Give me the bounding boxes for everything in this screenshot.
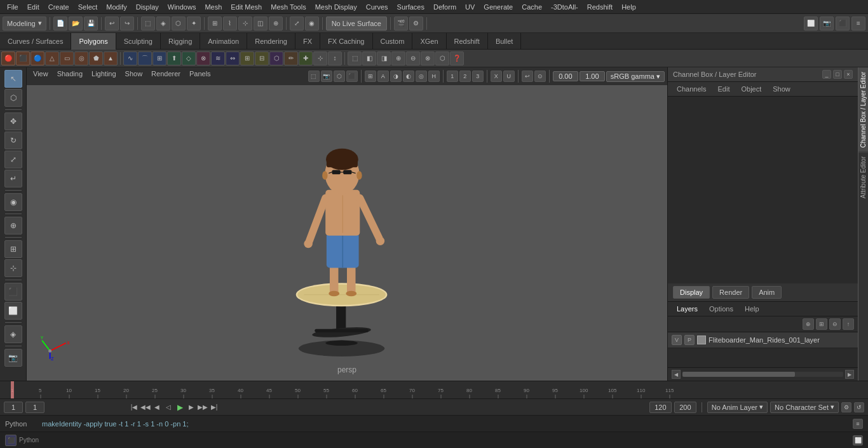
shelf-extra9-btn[interactable]: ⬡ bbox=[435, 51, 449, 65]
new-scene-btn[interactable]: 📄 bbox=[53, 17, 67, 31]
menu-edit[interactable]: Edit bbox=[23, 2, 44, 12]
panel-close-btn[interactable]: × bbox=[844, 70, 853, 79]
transform-tool-btn[interactable]: ⤢ bbox=[290, 17, 304, 31]
shelf-curve1-btn[interactable]: ∿ bbox=[123, 51, 137, 65]
options-menu[interactable]: Options bbox=[704, 304, 738, 314]
tab-bullet[interactable]: Bullet bbox=[488, 33, 522, 50]
shelf-extra8-btn[interactable]: ⊗ bbox=[421, 51, 435, 65]
shelf-pyramid-btn[interactable]: ▲ bbox=[104, 51, 118, 65]
layer-delete-btn[interactable]: ⊖ bbox=[829, 318, 841, 330]
menu-mesh-tools[interactable]: Mesh Tools bbox=[266, 2, 310, 12]
snap-grid-btn[interactable]: ⊞ bbox=[208, 17, 222, 31]
display-tab[interactable]: Display bbox=[673, 286, 710, 299]
shelf-extra2-btn[interactable]: ↕ bbox=[328, 51, 342, 65]
menu-deform[interactable]: Deform bbox=[429, 2, 461, 12]
vp-menu-view[interactable]: View bbox=[29, 70, 52, 83]
undo-btn[interactable]: ↩ bbox=[105, 17, 119, 31]
shelf-extra10-btn[interactable]: ❓ bbox=[450, 51, 464, 65]
layer-v-btn[interactable]: V bbox=[672, 335, 682, 345]
shelf-plane-btn[interactable]: ▭ bbox=[60, 51, 74, 65]
menu-file[interactable]: File bbox=[3, 2, 23, 12]
vp-xray-btn[interactable]: X bbox=[491, 71, 502, 82]
panel-minimize-btn[interactable]: _ bbox=[822, 70, 831, 79]
loop-btn[interactable]: ↺ bbox=[854, 402, 864, 412]
shelf-bevel-btn[interactable]: ◇ bbox=[182, 51, 196, 65]
last-tool-btn[interactable]: ↵ bbox=[4, 170, 22, 187]
vp-hq-btn[interactable]: H bbox=[428, 71, 440, 82]
tab-polygons[interactable]: Polygons bbox=[71, 33, 116, 50]
snap2-btn[interactable]: ⊹ bbox=[4, 259, 22, 277]
select-by-hierarchy-btn[interactable]: ⬚ bbox=[141, 17, 155, 31]
shelf-torus-btn[interactable]: ◎ bbox=[74, 51, 88, 65]
snap-surface-btn[interactable]: ◫ bbox=[254, 17, 268, 31]
play-back-btn[interactable]: ◁ bbox=[163, 402, 173, 412]
channel-box-side-tab[interactable]: Channel Box / Layer Editor bbox=[858, 67, 868, 152]
menu-uv[interactable]: UV bbox=[461, 2, 479, 12]
show-menu[interactable]: Show bbox=[768, 84, 796, 94]
camera-btn[interactable]: 📷 bbox=[820, 17, 834, 31]
vp-menu-show[interactable]: Show bbox=[121, 70, 147, 83]
shelf-merge-btn[interactable]: ⊗ bbox=[196, 51, 210, 65]
scale-tool-btn[interactable]: ⤢ bbox=[4, 151, 22, 168]
go-to-end-btn[interactable]: ▶| bbox=[209, 402, 219, 412]
vp-uvwire-btn[interactable]: U bbox=[503, 71, 515, 82]
snap-curve-btn[interactable]: ⌇ bbox=[223, 17, 237, 31]
shelf-extra7-btn[interactable]: ⊖ bbox=[406, 51, 420, 65]
scroll-right-btn[interactable]: ▶ bbox=[845, 370, 854, 379]
move-tool-btn[interactable]: ✥ bbox=[4, 112, 22, 130]
history2-btn[interactable]: ⬜ bbox=[4, 302, 22, 320]
menu-help[interactable]: Help bbox=[617, 2, 641, 12]
menu-generate[interactable]: Generate bbox=[479, 2, 517, 12]
snap-btn[interactable]: ⊞ bbox=[4, 240, 22, 258]
range-end-input[interactable] bbox=[674, 402, 696, 413]
display-layer-btn[interactable]: ⬛ bbox=[836, 17, 850, 31]
shelf-sphere-btn[interactable]: 🔴 bbox=[1, 51, 15, 65]
live-surface-btn[interactable]: No Live Surface bbox=[326, 17, 387, 31]
tab-fx-caching[interactable]: FX Caching bbox=[320, 33, 372, 50]
shelf-separate-btn[interactable]: ⊟ bbox=[255, 51, 269, 65]
translate-y-field[interactable]: 1.00 bbox=[580, 71, 605, 81]
start-frame-input[interactable] bbox=[4, 402, 23, 413]
shelf-uv-btn[interactable]: ⬡ bbox=[269, 51, 283, 65]
shelf-curve2-btn[interactable]: ⌒ bbox=[138, 51, 152, 65]
character-set-dropdown[interactable]: No Character Set ▾ bbox=[770, 402, 839, 413]
tab-rendering[interactable]: Rendering bbox=[247, 33, 295, 50]
layer-up-btn[interactable]: ↑ bbox=[843, 318, 854, 330]
shelf-cone-btn[interactable]: △ bbox=[45, 51, 59, 65]
vp-iso-btn[interactable]: ⬡ bbox=[334, 71, 345, 82]
vp-menu-shading[interactable]: Shading bbox=[53, 70, 86, 83]
menu-select[interactable]: Select bbox=[74, 2, 102, 12]
edit-menu[interactable]: Edit bbox=[712, 84, 735, 94]
script-resize-btn[interactable]: ⬜ bbox=[853, 435, 863, 445]
lasso-select-btn[interactable]: ⬡ bbox=[172, 17, 186, 31]
shelf-extra4-btn[interactable]: ◧ bbox=[362, 51, 376, 65]
lasso-tool-btn[interactable]: ⬡ bbox=[4, 89, 22, 107]
shelf-mirror-btn[interactable]: ⇔ bbox=[226, 51, 240, 65]
menu-cache[interactable]: Cache bbox=[517, 2, 546, 12]
menu-mesh[interactable]: Mesh bbox=[200, 2, 226, 12]
tab-custom[interactable]: Custom bbox=[373, 33, 413, 50]
vp-ao-btn[interactable]: ◐ bbox=[403, 71, 414, 82]
open-scene-btn[interactable]: 📂 bbox=[69, 17, 83, 31]
menu-display[interactable]: Display bbox=[132, 2, 163, 12]
save-scene-btn[interactable]: 💾 bbox=[84, 17, 98, 31]
script-copy-btn[interactable]: ≡ bbox=[853, 419, 863, 429]
menu-mesh-display[interactable]: Mesh Display bbox=[311, 2, 362, 12]
hud-btn[interactable]: ⬜ bbox=[804, 17, 818, 31]
render-tab[interactable]: Render bbox=[712, 286, 749, 299]
shelf-extra6-btn[interactable]: ⊕ bbox=[391, 51, 405, 65]
tab-curves-surfaces[interactable]: Curves / Surfaces bbox=[0, 33, 71, 50]
layer-name[interactable]: Fliteboarder_Man_Rides_001_layer bbox=[709, 336, 854, 344]
vp-expose-btn[interactable]: ↩ bbox=[522, 71, 533, 82]
paint-select-btn[interactable]: ✦ bbox=[187, 17, 201, 31]
tab-fx[interactable]: FX bbox=[295, 33, 320, 50]
menu-modify[interactable]: Modify bbox=[102, 2, 131, 12]
vp-isolate-btn[interactable]: ⊙ bbox=[534, 71, 546, 82]
soft-select-lt-btn[interactable]: ◉ bbox=[4, 193, 22, 211]
shelf-smooth-btn[interactable]: ≋ bbox=[211, 51, 225, 65]
rotate-tool-btn[interactable]: ↻ bbox=[4, 132, 22, 149]
snap-live-btn[interactable]: ⊕ bbox=[269, 17, 283, 31]
sculpt-btn[interactable]: ◈ bbox=[4, 325, 22, 343]
vp-menu-panels[interactable]: Panels bbox=[186, 70, 215, 83]
render-settings-btn[interactable]: ⚙ bbox=[409, 17, 423, 31]
